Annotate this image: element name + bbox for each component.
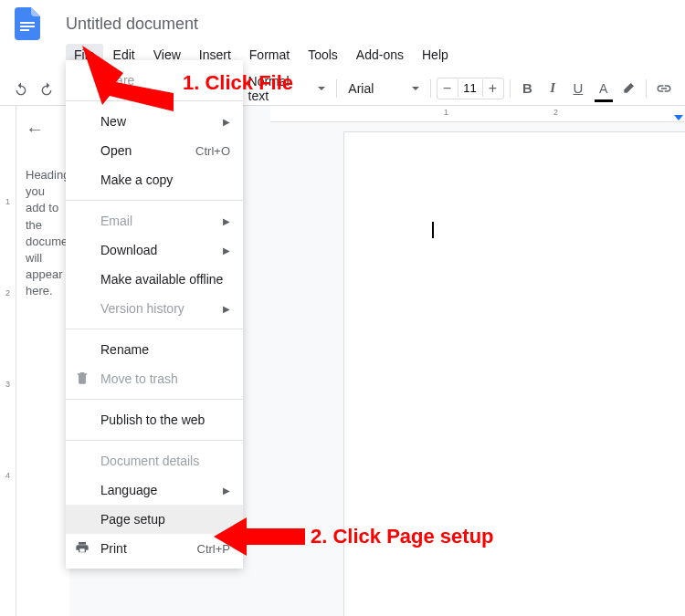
- menu-shortcut: Ctrl+P: [197, 542, 230, 556]
- insert-link-button[interactable]: [652, 77, 676, 100]
- file-dropdown-menu: ShareNew▶OpenCtrl+OMake a copyEmail▶Down…: [66, 60, 243, 569]
- submenu-arrow-icon: ▶: [223, 304, 230, 314]
- menu-item-email: Email▶: [66, 206, 243, 235]
- ruler-tick: 2: [0, 288, 16, 298]
- menu-divider: [66, 200, 243, 201]
- ruler-tick: 4: [0, 471, 16, 480]
- submenu-arrow-icon: ▶: [223, 117, 230, 127]
- caret-down-icon: [412, 87, 419, 90]
- font-dropdown[interactable]: Arial: [342, 77, 424, 100]
- menu-item-label: Share: [100, 73, 134, 88]
- separator: [510, 79, 511, 98]
- vertical-ruler: 1 2 3 4: [0, 106, 16, 616]
- menu-item-publish-to-the-web[interactable]: Publish to the web: [66, 405, 243, 434]
- font-size-input[interactable]: 11: [458, 79, 483, 97]
- menu-item-make-available-offline[interactable]: Make available offline: [66, 265, 243, 294]
- menu-addons[interactable]: Add-ons: [348, 44, 412, 66]
- document-page[interactable]: [343, 131, 685, 616]
- menu-tools[interactable]: Tools: [300, 44, 346, 66]
- undo-button[interactable]: [9, 77, 33, 100]
- font-label: Arial: [348, 81, 374, 96]
- caret-down-icon: [318, 87, 325, 90]
- menu-item-make-a-copy[interactable]: Make a copy: [66, 165, 243, 194]
- menu-divider: [66, 100, 243, 101]
- separator: [336, 79, 337, 98]
- menu-item-print[interactable]: PrintCtrl+P: [66, 534, 243, 563]
- menu-item-label: Move to trash: [100, 371, 178, 386]
- menu-item-label: Print: [100, 541, 127, 556]
- separator: [646, 79, 647, 98]
- menu-item-label: Download: [100, 243, 157, 257]
- menu-item-move-to-trash: Move to trash: [66, 364, 243, 393]
- ruler-tick: 1: [444, 108, 448, 117]
- text-color-button[interactable]: A: [592, 77, 616, 100]
- menu-help[interactable]: Help: [414, 44, 457, 66]
- menu-item-label: Open: [100, 143, 132, 158]
- document-title[interactable]: Untitled document: [66, 15, 198, 34]
- menu-item-label: Publish to the web: [100, 412, 205, 427]
- header: Untitled document: [0, 0, 685, 40]
- paragraph-style-dropdown[interactable]: Normal text: [243, 77, 332, 100]
- menu-item-open[interactable]: OpenCtrl+O: [66, 136, 243, 165]
- menu-item-label: Language: [100, 483, 157, 497]
- docs-logo-icon[interactable]: [11, 7, 44, 40]
- text-cursor: [432, 222, 434, 238]
- menu-item-label: Document details: [100, 454, 199, 468]
- menu-item-download[interactable]: Download▶: [66, 235, 243, 265]
- menu-divider: [66, 440, 243, 441]
- menu-item-label: Email: [100, 214, 132, 228]
- print-icon: [75, 540, 90, 558]
- italic-button[interactable]: I: [541, 77, 564, 100]
- font-size-group: − 11 +: [437, 78, 504, 99]
- underline-button[interactable]: U: [566, 77, 590, 100]
- menu-item-document-details: Document details: [66, 446, 243, 475]
- ruler-tick: 3: [0, 380, 16, 389]
- submenu-arrow-icon: ▶: [223, 216, 230, 226]
- redo-button[interactable]: [35, 77, 58, 100]
- outline-placeholder: Headings you add to the document will ap…: [26, 167, 60, 300]
- svg-rect-2: [20, 29, 29, 31]
- menu-format[interactable]: Format: [241, 44, 298, 66]
- ruler-tick: 1: [0, 197, 16, 206]
- menu-item-version-history: Version history▶: [66, 294, 243, 323]
- back-arrow-icon[interactable]: ←: [26, 119, 60, 140]
- highlight-button[interactable]: [617, 77, 641, 100]
- outline-panel: ← Headings you add to the document will …: [16, 106, 69, 616]
- ruler-marker-icon[interactable]: [674, 115, 683, 120]
- font-size-increase-button[interactable]: +: [483, 78, 503, 99]
- menu-item-label: Make a copy: [100, 172, 173, 187]
- menu-item-share: Share: [66, 66, 243, 95]
- menu-item-new[interactable]: New▶: [66, 107, 243, 136]
- menu-item-language[interactable]: Language▶: [66, 475, 243, 505]
- menu-item-label: New: [100, 114, 126, 129]
- menu-item-page-setup[interactable]: Page setup: [66, 505, 243, 534]
- paragraph-style-label: Normal text: [248, 74, 313, 103]
- submenu-arrow-icon: ▶: [223, 245, 230, 256]
- svg-rect-0: [20, 22, 35, 24]
- horizontal-ruler: 1 2: [270, 106, 685, 122]
- menu-divider: [66, 399, 243, 400]
- submenu-arrow-icon: ▶: [223, 485, 230, 496]
- menu-shortcut: Ctrl+O: [195, 144, 230, 158]
- menu-divider: [66, 329, 243, 329]
- font-size-decrease-button[interactable]: −: [437, 78, 458, 99]
- menu-item-label: Rename: [100, 342, 149, 357]
- ruler-tick: 2: [553, 108, 558, 117]
- trash-icon: [75, 371, 90, 388]
- bold-button[interactable]: B: [516, 77, 540, 100]
- menu-item-label: Make available offline: [100, 272, 223, 287]
- menu-item-rename[interactable]: Rename: [66, 335, 243, 364]
- separator: [430, 79, 431, 98]
- menu-item-label: Page setup: [100, 512, 165, 527]
- menu-item-label: Version history: [100, 301, 184, 316]
- svg-rect-1: [20, 26, 35, 27]
